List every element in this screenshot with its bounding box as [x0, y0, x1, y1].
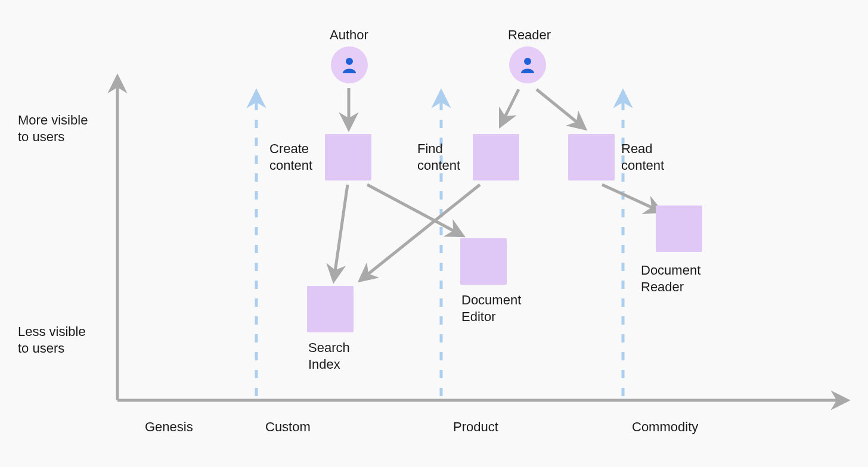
node-find-content-label: Findcontent [417, 141, 471, 173]
node-create-content [325, 134, 371, 180]
svg-point-13 [524, 58, 531, 65]
svg-line-6 [501, 89, 519, 125]
node-read-content-label: Readcontent [621, 141, 681, 173]
actor-author-label: Author [330, 27, 368, 43]
node-document-editor-label: DocumentEditor [461, 292, 545, 325]
x-stage-genesis: Genesis [145, 419, 193, 435]
person-icon [520, 57, 535, 73]
diagram-lines [0, 0, 868, 467]
node-create-content-label: Createcontent [269, 141, 323, 173]
actor-reader [509, 46, 546, 83]
svg-point-12 [346, 58, 353, 65]
x-stage-product: Product [453, 419, 498, 435]
wardley-map: More visibleto users Less visibleto user… [0, 0, 868, 467]
node-read-content [568, 134, 615, 180]
person-icon [342, 57, 357, 73]
node-document-reader-label: DocumentReader [641, 262, 730, 295]
node-find-content [473, 134, 519, 180]
node-document-reader [656, 206, 702, 252]
x-stage-custom: Custom [265, 419, 311, 435]
svg-line-9 [367, 185, 462, 235]
node-document-editor [460, 238, 507, 285]
node-search-index [307, 286, 354, 332]
y-axis-bottom-label: Less visibleto users [18, 323, 107, 356]
svg-line-8 [334, 185, 348, 280]
actor-author [331, 46, 368, 83]
svg-line-7 [537, 89, 584, 128]
x-stage-commodity: Commodity [632, 419, 698, 435]
svg-line-11 [602, 185, 661, 211]
node-search-index-label: SearchIndex [308, 340, 380, 372]
y-axis-top-label: More visibleto users [18, 112, 107, 145]
actor-reader-label: Reader [508, 27, 551, 43]
